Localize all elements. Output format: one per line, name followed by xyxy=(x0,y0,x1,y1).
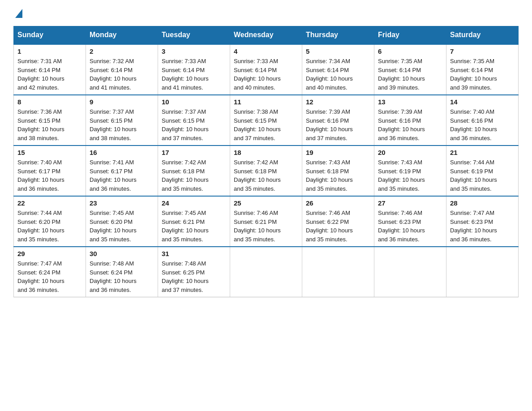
page-header xyxy=(13,9,519,17)
day-info: Sunrise: 7:37 AMSunset: 6:15 PMDaylight:… xyxy=(90,107,154,142)
column-header-monday: Monday xyxy=(86,26,158,44)
calendar-cell: 13Sunrise: 7:39 AMSunset: 6:16 PMDayligh… xyxy=(374,95,446,146)
calendar-cell: 14Sunrise: 7:40 AMSunset: 6:16 PMDayligh… xyxy=(446,95,519,146)
calendar-cell: 20Sunrise: 7:43 AMSunset: 6:19 PMDayligh… xyxy=(374,146,446,196)
calendar-cell: 17Sunrise: 7:42 AMSunset: 6:18 PMDayligh… xyxy=(158,146,230,196)
day-info: Sunrise: 7:48 AMSunset: 6:25 PMDaylight:… xyxy=(162,259,226,294)
day-number: 15 xyxy=(17,149,82,156)
day-info: Sunrise: 7:31 AMSunset: 6:14 PMDaylight:… xyxy=(17,57,82,92)
calendar-cell: 7Sunrise: 7:35 AMSunset: 6:14 PMDaylight… xyxy=(446,44,519,95)
day-number: 24 xyxy=(162,199,226,207)
day-info: Sunrise: 7:40 AMSunset: 6:17 PMDaylight:… xyxy=(17,158,82,193)
day-number: 6 xyxy=(378,47,442,55)
day-number: 3 xyxy=(162,47,226,55)
day-info: Sunrise: 7:45 AMSunset: 6:20 PMDaylight:… xyxy=(90,209,154,244)
calendar-cell: 19Sunrise: 7:43 AMSunset: 6:18 PMDayligh… xyxy=(302,146,374,196)
calendar-cell: 24Sunrise: 7:45 AMSunset: 6:21 PMDayligh… xyxy=(158,196,230,247)
calendar-cell xyxy=(230,247,302,297)
calendar-cell: 8Sunrise: 7:36 AMSunset: 6:15 PMDaylight… xyxy=(14,95,86,146)
calendar-cell: 18Sunrise: 7:42 AMSunset: 6:18 PMDayligh… xyxy=(230,146,302,196)
day-info: Sunrise: 7:43 AMSunset: 6:19 PMDaylight:… xyxy=(378,158,442,193)
day-info: Sunrise: 7:37 AMSunset: 6:15 PMDaylight:… xyxy=(162,107,226,142)
calendar-cell: 31Sunrise: 7:48 AMSunset: 6:25 PMDayligh… xyxy=(158,247,230,297)
calendar-cell: 10Sunrise: 7:37 AMSunset: 6:15 PMDayligh… xyxy=(158,95,230,146)
day-number: 16 xyxy=(90,149,154,156)
day-number: 7 xyxy=(450,47,515,55)
day-info: Sunrise: 7:47 AMSunset: 6:23 PMDaylight:… xyxy=(450,209,515,244)
calendar-week-row: 8Sunrise: 7:36 AMSunset: 6:15 PMDaylight… xyxy=(14,95,519,146)
day-number: 14 xyxy=(450,98,515,106)
calendar-cell: 28Sunrise: 7:47 AMSunset: 6:23 PMDayligh… xyxy=(446,196,519,247)
calendar-cell: 6Sunrise: 7:35 AMSunset: 6:14 PMDaylight… xyxy=(374,44,446,95)
calendar-cell: 29Sunrise: 7:47 AMSunset: 6:24 PMDayligh… xyxy=(14,247,86,297)
day-info: Sunrise: 7:42 AMSunset: 6:18 PMDaylight:… xyxy=(234,158,298,193)
day-number: 5 xyxy=(306,47,370,55)
calendar-cell: 3Sunrise: 7:33 AMSunset: 6:14 PMDaylight… xyxy=(158,44,230,95)
day-number: 11 xyxy=(234,98,298,106)
calendar-week-row: 22Sunrise: 7:44 AMSunset: 6:20 PMDayligh… xyxy=(14,196,519,247)
column-header-sunday: Sunday xyxy=(14,26,86,44)
calendar-cell: 22Sunrise: 7:44 AMSunset: 6:20 PMDayligh… xyxy=(14,196,86,247)
day-number: 23 xyxy=(90,199,154,207)
day-info: Sunrise: 7:32 AMSunset: 6:14 PMDaylight:… xyxy=(90,57,154,92)
day-number: 12 xyxy=(306,98,370,106)
day-number: 2 xyxy=(90,47,154,55)
day-info: Sunrise: 7:46 AMSunset: 6:21 PMDaylight:… xyxy=(234,209,298,244)
logo-triangle-icon xyxy=(15,9,22,18)
day-info: Sunrise: 7:33 AMSunset: 6:14 PMDaylight:… xyxy=(162,57,226,92)
column-header-thursday: Thursday xyxy=(302,26,374,44)
calendar-cell: 25Sunrise: 7:46 AMSunset: 6:21 PMDayligh… xyxy=(230,196,302,247)
day-number: 17 xyxy=(162,149,226,156)
day-number: 9 xyxy=(90,98,154,106)
day-number: 31 xyxy=(162,250,226,257)
day-info: Sunrise: 7:42 AMSunset: 6:18 PMDaylight:… xyxy=(162,158,226,193)
calendar-cell: 30Sunrise: 7:48 AMSunset: 6:24 PMDayligh… xyxy=(86,247,158,297)
day-info: Sunrise: 7:36 AMSunset: 6:15 PMDaylight:… xyxy=(17,107,82,142)
day-number: 21 xyxy=(450,149,515,156)
day-info: Sunrise: 7:39 AMSunset: 6:16 PMDaylight:… xyxy=(378,107,442,142)
calendar-cell: 23Sunrise: 7:45 AMSunset: 6:20 PMDayligh… xyxy=(86,196,158,247)
calendar-cell: 27Sunrise: 7:46 AMSunset: 6:23 PMDayligh… xyxy=(374,196,446,247)
column-header-wednesday: Wednesday xyxy=(230,26,302,44)
day-info: Sunrise: 7:46 AMSunset: 6:23 PMDaylight:… xyxy=(378,209,442,244)
calendar-cell: 5Sunrise: 7:34 AMSunset: 6:14 PMDaylight… xyxy=(302,44,374,95)
calendar-cell: 1Sunrise: 7:31 AMSunset: 6:14 PMDaylight… xyxy=(14,44,86,95)
calendar-cell xyxy=(302,247,374,297)
calendar-cell: 11Sunrise: 7:38 AMSunset: 6:15 PMDayligh… xyxy=(230,95,302,146)
calendar-cell: 21Sunrise: 7:44 AMSunset: 6:19 PMDayligh… xyxy=(446,146,519,196)
day-number: 10 xyxy=(162,98,226,106)
column-header-tuesday: Tuesday xyxy=(158,26,230,44)
day-number: 13 xyxy=(378,98,442,106)
day-number: 27 xyxy=(378,199,442,207)
calendar-table: SundayMondayTuesdayWednesdayThursdayFrid… xyxy=(13,26,519,297)
day-info: Sunrise: 7:46 AMSunset: 6:22 PMDaylight:… xyxy=(306,209,370,244)
day-number: 19 xyxy=(306,149,370,156)
column-header-saturday: Saturday xyxy=(446,26,519,44)
day-info: Sunrise: 7:40 AMSunset: 6:16 PMDaylight:… xyxy=(450,107,515,142)
calendar-header-row: SundayMondayTuesdayWednesdayThursdayFrid… xyxy=(14,26,519,44)
calendar-cell xyxy=(374,247,446,297)
calendar-cell: 16Sunrise: 7:41 AMSunset: 6:17 PMDayligh… xyxy=(86,146,158,196)
day-number: 8 xyxy=(17,98,82,106)
calendar-cell: 4Sunrise: 7:33 AMSunset: 6:14 PMDaylight… xyxy=(230,44,302,95)
calendar-cell: 12Sunrise: 7:39 AMSunset: 6:16 PMDayligh… xyxy=(302,95,374,146)
day-info: Sunrise: 7:35 AMSunset: 6:14 PMDaylight:… xyxy=(450,57,515,92)
day-number: 1 xyxy=(17,47,82,55)
day-info: Sunrise: 7:33 AMSunset: 6:14 PMDaylight:… xyxy=(234,57,298,92)
day-info: Sunrise: 7:43 AMSunset: 6:18 PMDaylight:… xyxy=(306,158,370,193)
calendar-week-row: 1Sunrise: 7:31 AMSunset: 6:14 PMDaylight… xyxy=(14,44,519,95)
day-number: 18 xyxy=(234,149,298,156)
calendar-cell: 15Sunrise: 7:40 AMSunset: 6:17 PMDayligh… xyxy=(14,146,86,196)
column-header-friday: Friday xyxy=(374,26,446,44)
day-info: Sunrise: 7:41 AMSunset: 6:17 PMDaylight:… xyxy=(90,158,154,193)
day-info: Sunrise: 7:39 AMSunset: 6:16 PMDaylight:… xyxy=(306,107,370,142)
day-info: Sunrise: 7:47 AMSunset: 6:24 PMDaylight:… xyxy=(17,259,82,294)
day-info: Sunrise: 7:35 AMSunset: 6:14 PMDaylight:… xyxy=(378,57,442,92)
day-number: 29 xyxy=(17,250,82,257)
day-info: Sunrise: 7:48 AMSunset: 6:24 PMDaylight:… xyxy=(90,259,154,294)
day-number: 25 xyxy=(234,199,298,207)
logo-general-text xyxy=(13,9,22,19)
day-info: Sunrise: 7:44 AMSunset: 6:19 PMDaylight:… xyxy=(450,158,515,193)
day-number: 28 xyxy=(450,199,515,207)
day-info: Sunrise: 7:38 AMSunset: 6:15 PMDaylight:… xyxy=(234,107,298,142)
